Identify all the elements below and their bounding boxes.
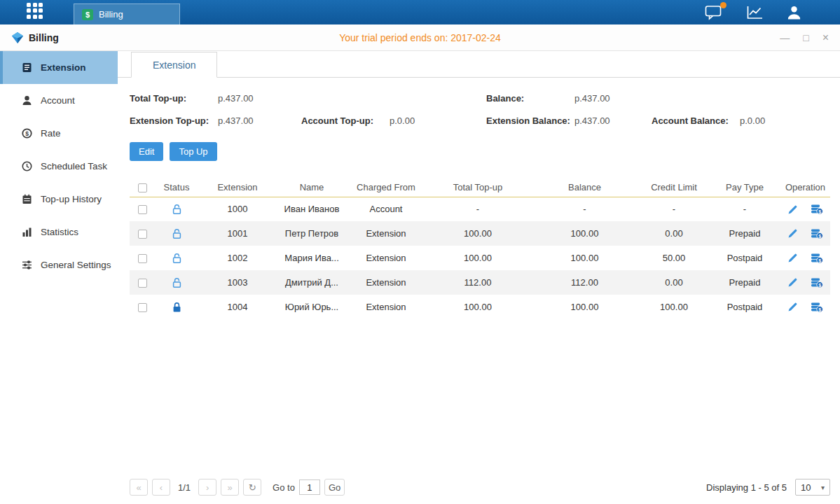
edit-icon[interactable] bbox=[787, 228, 798, 239]
row-checkbox[interactable] bbox=[138, 303, 147, 312]
tab-strip: Extension bbox=[118, 51, 840, 78]
top-up-button[interactable]: Top Up bbox=[170, 142, 216, 161]
topbar-tab-billing[interactable]: $ Billing bbox=[74, 4, 180, 24]
cell-balance: 100.00 bbox=[530, 295, 639, 319]
go-button[interactable]: Go bbox=[324, 479, 345, 496]
table-row[interactable]: 1001 Петр Петров Extension 100.00 100.00… bbox=[130, 221, 830, 246]
cell-name: Юрий Юрь... bbox=[277, 295, 347, 319]
prev-page-button[interactable]: ‹ bbox=[152, 479, 170, 496]
table-row[interactable]: 1004 Юрий Юрь... Extension 100.00 100.00… bbox=[130, 295, 830, 319]
extension-table-body: 1000 Иван Иванов Account - - - - bbox=[130, 197, 830, 319]
cell-extension: 1002 bbox=[198, 246, 277, 270]
edit-icon[interactable] bbox=[787, 277, 798, 288]
table-row[interactable]: 1003 Дмитрий Д... Extension 112.00 112.0… bbox=[130, 270, 830, 295]
cell-extension: 1004 bbox=[198, 295, 277, 319]
col-status: Status bbox=[155, 178, 198, 197]
table-row[interactable]: 1000 Иван Иванов Account - - - - bbox=[130, 197, 830, 221]
topup-icon[interactable]: $ bbox=[811, 204, 823, 215]
sidebar-item-general-settings[interactable]: General Settings bbox=[0, 248, 118, 281]
topup-icon[interactable]: $ bbox=[811, 277, 823, 288]
svg-text:$: $ bbox=[818, 209, 821, 215]
svg-text:$: $ bbox=[818, 233, 821, 239]
svg-text:$: $ bbox=[818, 307, 821, 312]
account-person-icon bbox=[22, 95, 32, 106]
balance-field: Balance:p.437.00 bbox=[486, 93, 652, 104]
cell-pay-type: Prepaid bbox=[709, 270, 780, 295]
edit-icon[interactable] bbox=[787, 253, 798, 263]
svg-text:$: $ bbox=[818, 258, 821, 263]
page-indicator: 1/1 bbox=[178, 482, 191, 493]
topup-icon[interactable]: $ bbox=[811, 228, 823, 239]
edit-icon[interactable] bbox=[787, 204, 798, 215]
cell-charged-from: Account bbox=[347, 197, 425, 221]
pagination-bar: « ‹ 1/1 › » ↻ Go to Go Displaying 1 - 5 … bbox=[130, 472, 830, 496]
row-checkbox[interactable] bbox=[138, 205, 147, 214]
col-charged-from: Charged From bbox=[347, 178, 425, 197]
sidebar: Extension Account $ Rate Scheduled Task … bbox=[0, 51, 118, 504]
sidebar-item-extension[interactable]: Extension bbox=[0, 51, 118, 84]
trial-notice: Your trial period ends on: 2017-02-24 bbox=[339, 32, 501, 43]
user-account-icon[interactable] bbox=[786, 5, 802, 20]
cell-pay-type: - bbox=[709, 197, 780, 221]
close-button[interactable]: × bbox=[822, 32, 829, 43]
notifications-icon[interactable] bbox=[705, 5, 723, 20]
bar-chart-icon bbox=[22, 227, 32, 237]
sidebar-item-account[interactable]: Account bbox=[0, 84, 118, 117]
total-topup-field: Total Top-up:p.437.00 bbox=[130, 93, 301, 104]
row-checkbox[interactable] bbox=[138, 254, 147, 263]
cell-total-topup: 100.00 bbox=[425, 295, 530, 319]
cell-balance: 100.00 bbox=[530, 246, 639, 270]
page-size-select[interactable]: 10 ▾ bbox=[795, 479, 830, 496]
cell-extension: 1000 bbox=[198, 197, 277, 221]
refresh-icon[interactable]: ↻ bbox=[243, 479, 261, 496]
minimize-button[interactable]: — bbox=[780, 33, 790, 43]
cell-name: Дмитрий Д... bbox=[277, 270, 347, 295]
main-content: Extension Total Top-up:p.437.00 Balance:… bbox=[118, 51, 840, 504]
cell-total-topup: - bbox=[425, 197, 530, 221]
edit-icon[interactable] bbox=[787, 302, 798, 312]
extension-topup-field: Extension Top-up:p.437.00 bbox=[130, 115, 301, 126]
topup-icon[interactable]: $ bbox=[811, 253, 823, 264]
sidebar-item-rate[interactable]: $ Rate bbox=[0, 117, 118, 150]
status-locked-icon bbox=[172, 302, 182, 313]
cell-charged-from: Extension bbox=[347, 295, 425, 319]
cell-extension: 1003 bbox=[198, 270, 277, 295]
col-name: Name bbox=[277, 178, 347, 197]
cell-charged-from: Extension bbox=[347, 246, 425, 270]
topup-icon[interactable]: $ bbox=[811, 302, 823, 313]
maximize-button[interactable]: □ bbox=[803, 33, 808, 43]
app-launcher-icon[interactable] bbox=[27, 3, 43, 19]
row-checkbox[interactable] bbox=[138, 230, 147, 239]
topbar: $ Billing bbox=[0, 0, 840, 24]
billing-app-window: $ Billing bbox=[0, 0, 840, 504]
row-checkbox[interactable] bbox=[138, 279, 147, 288]
sidebar-item-scheduled-task[interactable]: Scheduled Task bbox=[0, 150, 118, 183]
account-balance-field: Account Balance:p.0.00 bbox=[652, 115, 830, 126]
next-page-button[interactable]: › bbox=[198, 479, 216, 496]
page-size-value: 10 bbox=[801, 482, 811, 493]
col-credit-limit: Credit Limit bbox=[639, 178, 709, 197]
goto-page-input[interactable] bbox=[299, 479, 320, 495]
cell-total-topup: 100.00 bbox=[425, 221, 530, 246]
sidebar-item-label: Top-up History bbox=[41, 194, 102, 204]
sidebar-item-statistics[interactable]: Statistics bbox=[0, 216, 118, 248]
sidebar-item-topup-history[interactable]: Top-up History bbox=[0, 183, 118, 216]
table-row[interactable]: 1002 Мария Ива... Extension 100.00 100.0… bbox=[130, 246, 830, 270]
col-pay-type: Pay Type bbox=[709, 178, 780, 197]
svg-text:$: $ bbox=[25, 130, 29, 137]
topbar-tab-billing-label: Billing bbox=[99, 9, 123, 20]
edit-button[interactable]: Edit bbox=[130, 142, 163, 161]
col-balance: Balance bbox=[530, 178, 639, 197]
reports-chart-icon[interactable] bbox=[746, 6, 763, 20]
tab-extension[interactable]: Extension bbox=[131, 52, 217, 78]
first-page-button[interactable]: « bbox=[130, 479, 148, 496]
balance-summary: Total Top-up:p.437.00 Balance:p.437.00 E… bbox=[130, 93, 830, 126]
extension-ledger-icon bbox=[22, 62, 32, 73]
extension-table: Status Extension Name Charged From Total… bbox=[130, 178, 830, 319]
cell-balance: 100.00 bbox=[530, 221, 639, 246]
select-all-checkbox[interactable] bbox=[138, 183, 147, 192]
status-unlocked-icon bbox=[172, 204, 182, 215]
cell-pay-type: Postpaid bbox=[709, 295, 780, 319]
last-page-button[interactable]: » bbox=[221, 479, 239, 496]
cell-name: Мария Ива... bbox=[277, 246, 347, 270]
